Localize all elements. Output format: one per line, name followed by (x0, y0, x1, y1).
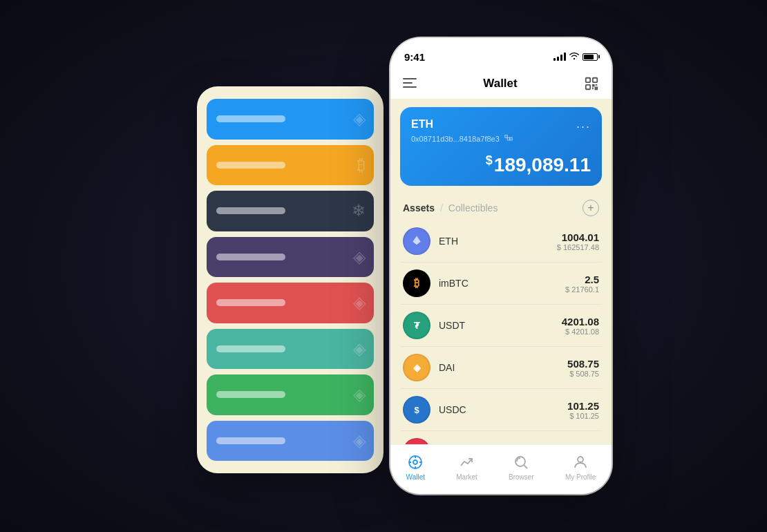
card-item-7[interactable]: ◈ (207, 374, 374, 415)
svg-rect-1 (403, 82, 413, 84)
nav-market[interactable]: Market (456, 453, 477, 481)
card-icon-6: ◈ (353, 339, 366, 359)
wallet-nav-icon (406, 453, 424, 471)
currency-symbol: $ (486, 153, 493, 167)
svg-point-10 (413, 460, 417, 464)
asset-row-usdt[interactable]: ₮ USDT 4201.08 $ 4201.08 (400, 305, 602, 347)
card-icon-4: ◈ (353, 247, 366, 267)
nav-profile[interactable]: My Profile (565, 453, 596, 481)
imbtc-icon: ₿ (403, 269, 430, 297)
eth-token-label: ETH (411, 118, 433, 131)
signal-bars (553, 53, 566, 61)
usdc-amount: 101.25 (567, 400, 599, 412)
profile-nav-icon (571, 453, 589, 471)
card-icon-2: ₿ (357, 155, 366, 175)
dai-amount: 508.75 (567, 358, 599, 370)
usdc-amounts: 101.25 $ 101.25 (567, 400, 599, 420)
eth-amounts: 1004.01 $ 162517.48 (557, 231, 599, 251)
bottom-nav: Wallet Market (390, 444, 612, 494)
asset-row-tft[interactable]: ❋ TFT 13 0 (400, 431, 602, 444)
scene-container: ◈ ₿ ❄ ◈ ◈ ◈ ◈ (142, 31, 625, 501)
tft-icon: ❋ (403, 438, 430, 444)
tab-assets[interactable]: Assets (403, 202, 435, 213)
card-item-2[interactable]: ₿ (207, 145, 374, 186)
usdc-icon: $ (403, 396, 430, 424)
usdt-name: USDT (439, 320, 553, 331)
svg-rect-2 (403, 86, 417, 88)
add-asset-button[interactable]: + (583, 200, 599, 216)
signal-bar-2 (557, 57, 559, 61)
tab-collectibles[interactable]: Collectibles (448, 202, 498, 213)
battery-fill (584, 55, 594, 59)
battery-icon (583, 53, 598, 61)
card-item-4[interactable]: ◈ (207, 237, 374, 278)
usdc-usd: $ 101.25 (567, 412, 599, 420)
usdt-amounts: 4201.08 $ 4201.08 (562, 316, 599, 336)
card-icon-3: ❄ (352, 201, 366, 220)
signal-bar-1 (553, 58, 556, 61)
asset-row-eth[interactable]: ETH 1004.01 $ 162517.48 (400, 220, 602, 263)
card-item-6[interactable]: ◈ (207, 329, 374, 370)
card-text-1 (216, 115, 285, 122)
card-text-8 (216, 437, 285, 444)
card-text-7 (216, 391, 285, 398)
eth-balance-card[interactable]: ETH ... 0x08711d3b...8418a7f8e3 $189,089… (400, 107, 602, 186)
svg-point-13 (578, 457, 583, 462)
usdt-amount: 4201.08 (562, 316, 599, 327)
signal-bar-3 (560, 55, 562, 61)
card-item-5[interactable]: ◈ (207, 283, 374, 323)
eth-name: ETH (439, 236, 549, 247)
page-background: ◈ ₿ ❄ ◈ ◈ ◈ ◈ (0, 0, 767, 532)
asset-row-dai[interactable]: ◈ DAI 508.75 $ 508.75 (400, 347, 602, 389)
nav-browser[interactable]: Browser (509, 453, 534, 481)
asset-list: ETH 1004.01 $ 162517.48 ₿ imBTC 2 (390, 220, 612, 444)
phone-content: ETH ... 0x08711d3b...8418a7f8e3 $189,089… (390, 99, 612, 444)
eth-usd: $ 162517.48 (557, 243, 599, 251)
card-item-3[interactable]: ❄ (207, 191, 374, 231)
card-text-3 (216, 207, 285, 214)
dai-usd: $ 508.75 (567, 370, 599, 378)
card-text-2 (216, 162, 285, 169)
usdt-usd: $ 4201.08 (562, 327, 599, 336)
eth-icon (403, 227, 430, 255)
eth-amount: 1004.01 (557, 231, 599, 243)
market-nav-icon (458, 453, 476, 471)
dai-name: DAI (439, 362, 559, 373)
imbtc-amounts: 2.5 $ 21760.1 (565, 274, 599, 294)
assets-tabs: Assets / Collectibles (403, 202, 498, 213)
status-icons (553, 52, 598, 62)
tab-separator: / (440, 202, 443, 213)
usdt-icon: ₮ (403, 312, 430, 339)
card-text-4 (216, 254, 285, 260)
browser-nav-label: Browser (509, 473, 534, 481)
eth-address: 0x08711d3b...8418a7f8e3 (411, 134, 591, 144)
svg-line-12 (524, 465, 528, 468)
wifi-icon (569, 52, 579, 62)
nav-wallet[interactable]: Wallet (406, 453, 425, 481)
imbtc-amount: 2.5 (565, 274, 599, 285)
eth-balance-amount: $189,089.11 (411, 153, 591, 176)
card-icon-8: ◈ (353, 431, 366, 450)
dai-amounts: 508.75 $ 508.75 (567, 358, 599, 378)
card-stack: ◈ ₿ ❄ ◈ ◈ ◈ ◈ (197, 86, 384, 473)
card-icon-1: ◈ (353, 109, 366, 129)
asset-row-imbtc[interactable]: ₿ imBTC 2.5 $ 21760.1 (400, 263, 602, 305)
menu-icon[interactable] (403, 77, 417, 91)
card-item-8[interactable]: ◈ (207, 421, 374, 462)
page-title: Wallet (483, 77, 517, 91)
status-time: 9:41 (404, 51, 425, 63)
eth-card-header: ETH ... (411, 117, 591, 131)
signal-bar-4 (564, 53, 566, 61)
svg-rect-5 (586, 85, 590, 89)
phone-mockup: 9:41 (390, 38, 612, 494)
imbtc-usd: $ 21760.1 (565, 285, 599, 294)
scan-icon[interactable] (584, 76, 599, 91)
asset-row-usdc[interactable]: $ USDC 101.25 $ 101.25 (400, 389, 602, 431)
card-text-6 (216, 345, 285, 352)
card-item-1[interactable]: ◈ (207, 99, 374, 140)
card-icon-5: ◈ (353, 293, 366, 312)
svg-rect-8 (510, 137, 513, 140)
eth-more-button[interactable]: ... (576, 117, 591, 131)
imbtc-name: imBTC (439, 278, 557, 289)
market-nav-label: Market (456, 473, 477, 481)
